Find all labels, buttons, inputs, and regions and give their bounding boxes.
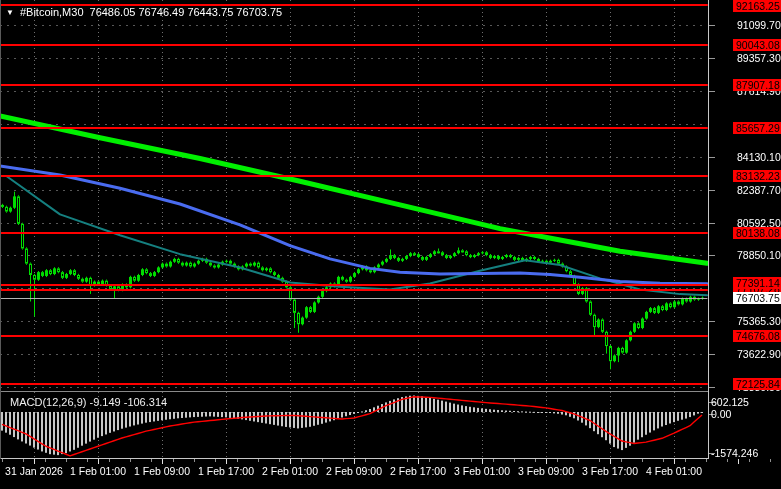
price-tick-label: 73622.90 <box>737 348 781 360</box>
price-level-tag: 77391.14 <box>733 277 781 289</box>
price-tick-label: 78850.10 <box>737 249 781 261</box>
time-axis-label: 2 Feb 17:00 <box>390 465 446 477</box>
down-triangle-icon[interactable]: ▼ <box>6 8 14 17</box>
price-tick-label: 75365.30 <box>737 315 781 327</box>
price-tick-label: 84130.10 <box>737 151 781 163</box>
price-level-tag: 85657.29 <box>733 122 781 134</box>
time-axis-label: 31 Jan 2026 <box>5 465 63 477</box>
price-level-tag: 92163.25 <box>733 0 781 12</box>
price-tick-label: 91099.70 <box>737 19 781 31</box>
price-level-tag: 74676.08 <box>733 330 781 342</box>
time-axis-label: 3 Feb 09:00 <box>518 465 574 477</box>
macd-indicator-label: MACD(12,26,9) -9.149 -106.314 <box>10 396 167 408</box>
chart-title-bar[interactable]: ▼ #Bitcoin,M30 76486.05 76746.49 76443.7… <box>6 6 282 18</box>
time-axis-label: 1 Feb 17:00 <box>198 465 254 477</box>
time-axis-label: 3 Feb 17:00 <box>582 465 638 477</box>
time-axis-label: 2 Feb 01:00 <box>262 465 318 477</box>
price-level-tag: 83132.23 <box>733 170 781 182</box>
macd-scale-label: -1574.246 <box>711 447 758 459</box>
ohlc-values: 76486.05 76746.49 76443.75 76703.75 <box>90 6 283 18</box>
price-level-tag: 90043.08 <box>733 39 781 51</box>
price-tick-label: 82387.70 <box>737 184 781 196</box>
current-price-tag: 76703.75 <box>733 292 781 304</box>
price-level-tag: 72125.84 <box>733 378 781 390</box>
time-axis-label: 3 Feb 01:00 <box>454 465 510 477</box>
symbol-period-label: #Bitcoin,M30 <box>20 6 84 18</box>
time-axis-label: 1 Feb 01:00 <box>70 465 126 477</box>
time-axis-label: 4 Feb 01:00 <box>646 465 702 477</box>
trading-chart-window: ▼ #Bitcoin,M30 76486.05 76746.49 76443.7… <box>0 0 781 489</box>
price-tick-label: 89357.30 <box>737 52 781 64</box>
macd-scale-label: 0.00 <box>711 408 731 420</box>
price-level-tag: 87907.18 <box>733 79 781 91</box>
time-axis-label: 1 Feb 09:00 <box>134 465 190 477</box>
price-level-tag: 80138.08 <box>733 227 781 239</box>
macd-scale-label: 602.125 <box>711 396 749 408</box>
chart-canvas[interactable] <box>0 0 781 489</box>
time-axis-label: 2 Feb 09:00 <box>326 465 382 477</box>
